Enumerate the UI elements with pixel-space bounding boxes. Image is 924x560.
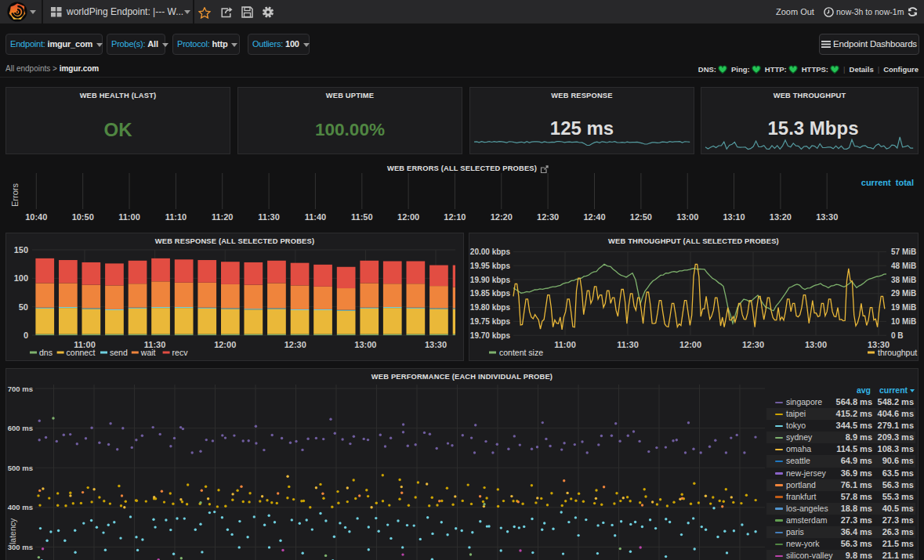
svg-text:send: send bbox=[110, 348, 128, 357]
svg-text:11:30: 11:30 bbox=[258, 212, 280, 222]
svg-text:0 B: 0 B bbox=[891, 331, 904, 340]
svg-text:content size: content size bbox=[499, 348, 543, 357]
svg-text:12:30: 12:30 bbox=[284, 340, 306, 349]
svg-text:13:20: 13:20 bbox=[770, 212, 792, 222]
svg-text:19.80 kbps: 19.80 kbps bbox=[470, 303, 511, 312]
svg-text:13:10: 13:10 bbox=[723, 212, 745, 222]
svg-text:400 ms: 400 ms bbox=[8, 503, 33, 511]
svg-text:13:00: 13:00 bbox=[805, 340, 827, 349]
svg-text:wait: wait bbox=[140, 348, 156, 357]
svg-text:13:00: 13:00 bbox=[354, 340, 376, 349]
svg-text:19.85 kbps: 19.85 kbps bbox=[470, 289, 511, 298]
svg-text:500 ms: 500 ms bbox=[8, 464, 33, 472]
svg-text:700 ms: 700 ms bbox=[8, 385, 33, 393]
svg-text:50: 50 bbox=[19, 302, 28, 312]
svg-text:600 ms: 600 ms bbox=[8, 424, 33, 432]
svg-text:48 MiB: 48 MiB bbox=[891, 262, 916, 270]
svg-text:13:00: 13:00 bbox=[676, 212, 698, 222]
svg-text:12:50: 12:50 bbox=[630, 212, 652, 222]
svg-text:150: 150 bbox=[14, 245, 28, 255]
svg-text:13:30: 13:30 bbox=[425, 340, 447, 349]
svg-text:12:00: 12:00 bbox=[679, 340, 701, 349]
svg-text:11:10: 11:10 bbox=[165, 212, 187, 222]
svg-text:12:00: 12:00 bbox=[214, 340, 236, 349]
svg-text:recv: recv bbox=[172, 348, 189, 357]
svg-text:29 MiB: 29 MiB bbox=[891, 289, 916, 298]
svg-text:57 MiB: 57 MiB bbox=[891, 247, 916, 256]
svg-text:11:40: 11:40 bbox=[305, 212, 327, 222]
svg-text:12:00: 12:00 bbox=[397, 212, 419, 222]
svg-text:0: 0 bbox=[24, 331, 28, 340]
svg-text:dns: dns bbox=[39, 348, 53, 357]
svg-text:19.70 kbps: 19.70 kbps bbox=[470, 331, 511, 340]
svg-text:11:00: 11:00 bbox=[554, 340, 576, 349]
svg-text:10:40: 10:40 bbox=[25, 212, 47, 222]
svg-text:12:30: 12:30 bbox=[537, 212, 559, 222]
svg-text:12:10: 12:10 bbox=[444, 212, 466, 222]
svg-text:10 MiB: 10 MiB bbox=[891, 317, 916, 326]
svg-text:10:50: 10:50 bbox=[72, 212, 94, 222]
svg-text:latency: latency bbox=[8, 518, 17, 544]
svg-text:13:30: 13:30 bbox=[816, 212, 838, 222]
svg-text:100: 100 bbox=[14, 273, 28, 283]
svg-text:11:00: 11:00 bbox=[118, 212, 140, 222]
svg-text:19.90 kbps: 19.90 kbps bbox=[470, 276, 511, 284]
svg-text:38 MiB: 38 MiB bbox=[891, 276, 916, 284]
svg-text:11:20: 11:20 bbox=[212, 212, 234, 222]
svg-text:19 MiB: 19 MiB bbox=[891, 303, 916, 312]
svg-text:connect: connect bbox=[67, 348, 96, 357]
svg-text:19.75 kbps: 19.75 kbps bbox=[470, 317, 511, 326]
svg-text:12:20: 12:20 bbox=[491, 212, 513, 222]
svg-text:20.00 kbps: 20.00 kbps bbox=[470, 247, 511, 256]
svg-text:11:30: 11:30 bbox=[617, 340, 639, 349]
svg-text:12:40: 12:40 bbox=[583, 212, 605, 222]
svg-text:11:50: 11:50 bbox=[351, 212, 373, 222]
svg-text:throughput: throughput bbox=[878, 348, 917, 357]
svg-text:12:30: 12:30 bbox=[742, 340, 764, 349]
svg-text:19.95 kbps: 19.95 kbps bbox=[470, 262, 511, 270]
